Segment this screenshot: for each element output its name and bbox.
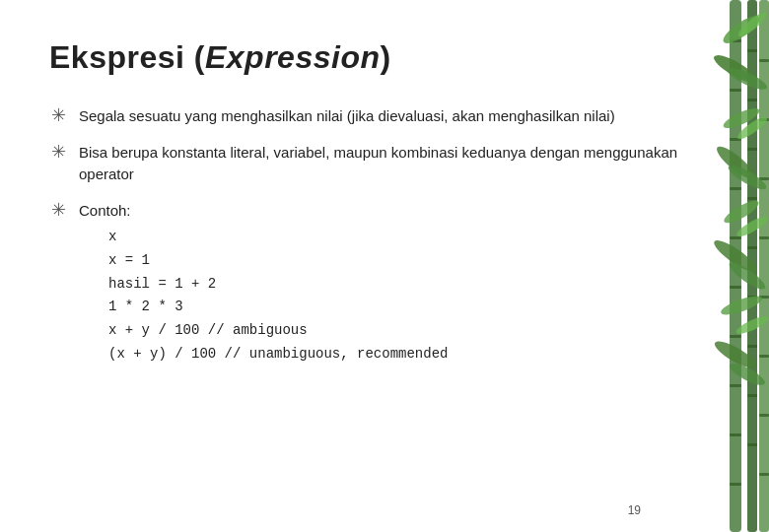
bullet-text-2: Bisa berupa konstanta literal, variabel,… bbox=[79, 142, 690, 186]
svg-rect-19 bbox=[747, 394, 757, 397]
bullet-icon-1: ✳ bbox=[49, 106, 67, 124]
svg-point-34 bbox=[722, 197, 762, 227]
code-line-6: (x + y) / 100 // unambiguous, recommende… bbox=[108, 343, 690, 366]
code-line-5: x + y / 100 // ambiguous bbox=[108, 319, 690, 343]
page-number: 19 bbox=[628, 503, 641, 517]
svg-rect-9 bbox=[730, 433, 741, 436]
title-close: ) bbox=[380, 39, 390, 75]
svg-rect-16 bbox=[747, 246, 757, 249]
svg-rect-8 bbox=[730, 384, 741, 387]
svg-rect-4 bbox=[730, 187, 741, 190]
svg-rect-21 bbox=[759, 0, 769, 532]
bullet-icon-3: ✳ bbox=[49, 201, 67, 219]
code-line-2: x = 1 bbox=[108, 249, 690, 273]
bullet-item-1: ✳ Segala sesuatu yang menghasilkan nilai… bbox=[49, 105, 690, 128]
svg-point-36 bbox=[719, 293, 763, 318]
svg-rect-23 bbox=[759, 118, 769, 121]
svg-rect-18 bbox=[747, 345, 757, 348]
svg-rect-13 bbox=[747, 99, 757, 101]
svg-point-35 bbox=[711, 235, 761, 276]
svg-point-40 bbox=[734, 114, 769, 143]
svg-rect-27 bbox=[759, 355, 769, 358]
code-line-3: hasil = 1 + 2 bbox=[108, 273, 690, 297]
svg-point-31 bbox=[711, 50, 760, 87]
svg-point-44 bbox=[734, 313, 769, 337]
svg-rect-6 bbox=[730, 286, 741, 289]
svg-rect-22 bbox=[759, 59, 769, 62]
bullet-icon-2: ✳ bbox=[49, 143, 67, 161]
svg-rect-14 bbox=[747, 148, 757, 151]
svg-rect-20 bbox=[747, 443, 757, 446]
code-block: x x = 1 hasil = 1 + 2 1 * 2 * 3 x + y / … bbox=[108, 226, 690, 366]
svg-rect-25 bbox=[759, 236, 769, 239]
bullet-text-3: Contoh: x x = 1 hasil = 1 + 2 1 * 2 * 3 … bbox=[79, 200, 690, 366]
svg-point-32 bbox=[721, 104, 761, 132]
bullet-item-2: ✳ Bisa berupa konstanta literal, variabe… bbox=[49, 142, 690, 186]
svg-rect-5 bbox=[730, 236, 741, 239]
svg-point-30 bbox=[720, 12, 763, 48]
slide-title: Ekspresi (Expression) bbox=[49, 39, 690, 76]
svg-point-38 bbox=[735, 10, 769, 40]
bullet-list: ✳ Segala sesuatu yang menghasilkan nilai… bbox=[49, 105, 690, 366]
bullet-item-3: ✳ Contoh: x x = 1 hasil = 1 + 2 1 * 2 * … bbox=[49, 200, 690, 366]
svg-rect-17 bbox=[747, 296, 757, 299]
svg-point-45 bbox=[728, 360, 768, 388]
content-area: Ekspresi (Expression) ✳ Segala sesuatu y… bbox=[49, 39, 690, 366]
title-plain: Ekspresi ( bbox=[49, 39, 205, 75]
svg-point-37 bbox=[712, 337, 760, 372]
svg-rect-1 bbox=[730, 39, 741, 42]
svg-rect-11 bbox=[747, 0, 757, 532]
code-line-4: 1 * 2 * 3 bbox=[108, 296, 690, 319]
svg-rect-15 bbox=[747, 197, 757, 200]
bullet-text-1: Segala sesuatu yang menghasilkan nilai (… bbox=[79, 105, 690, 128]
svg-rect-26 bbox=[759, 296, 769, 299]
svg-rect-3 bbox=[730, 138, 741, 141]
svg-point-33 bbox=[713, 142, 758, 183]
title-italic: Expression bbox=[205, 39, 381, 75]
svg-point-42 bbox=[734, 214, 769, 240]
svg-rect-28 bbox=[759, 414, 769, 417]
svg-rect-12 bbox=[747, 49, 757, 52]
svg-rect-10 bbox=[730, 483, 741, 486]
svg-point-43 bbox=[727, 258, 769, 293]
svg-point-39 bbox=[726, 64, 769, 93]
svg-rect-29 bbox=[759, 473, 769, 476]
slide: Ekspresi (Expression) ✳ Segala sesuatu y… bbox=[0, 0, 769, 532]
code-line-1: x bbox=[108, 226, 690, 249]
svg-rect-24 bbox=[759, 177, 769, 180]
svg-rect-7 bbox=[730, 335, 741, 338]
svg-point-41 bbox=[726, 162, 769, 193]
svg-rect-2 bbox=[730, 89, 741, 92]
svg-rect-0 bbox=[730, 0, 741, 532]
